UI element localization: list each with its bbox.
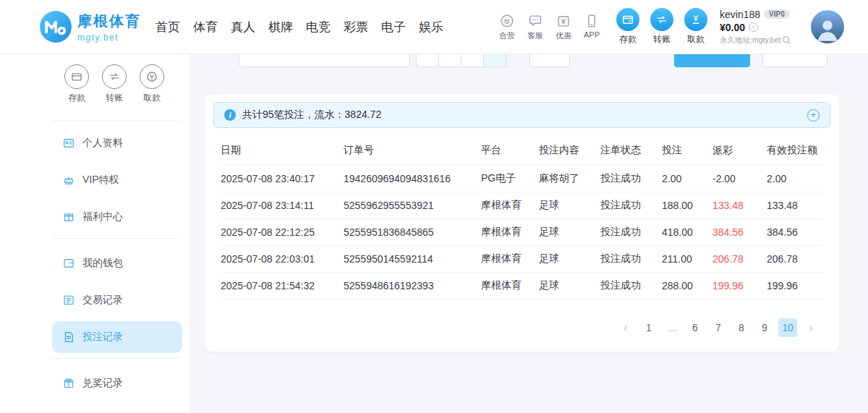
cell-valid-bet: 2.00 <box>767 173 823 184</box>
cell-bet: 211.00 <box>662 253 712 265</box>
cell-content: 足球 <box>539 279 600 292</box>
pagination-page-8[interactable]: 8 <box>732 318 751 337</box>
cell-date: 2025-07-08 21:54:32 <box>221 280 344 291</box>
cell-platform: 摩根体育 <box>481 226 539 239</box>
vip-badge: VIP0 <box>764 9 790 19</box>
pagination-prev[interactable]: ‹ <box>616 318 635 337</box>
sidebar-item-vip[interactable]: VIP特权 <box>52 164 182 196</box>
pagination-page-6[interactable]: 6 <box>686 318 705 337</box>
promo-button[interactable]: 优惠 <box>553 13 574 41</box>
pagination-ellipsis[interactable]: … <box>663 318 681 337</box>
app-download-button[interactable]: APP <box>581 13 603 41</box>
quick-range-option-selected[interactable] <box>483 54 506 67</box>
cell-valid-bet: 384.56 <box>767 226 823 238</box>
phone-icon <box>584 13 600 29</box>
info-icon: i <box>224 109 236 121</box>
sidebar-quick-actions: 存款 转账 取款 <box>0 54 190 104</box>
sidebar-item-wallet[interactable]: 我的钱包 <box>52 247 182 279</box>
search-button[interactable] <box>674 54 750 67</box>
header-quick-icons: 合营 客服 优惠 APP <box>496 13 603 41</box>
cell-order: 5255951836845865 <box>344 226 481 238</box>
nav-item-live[interactable]: 真人 <box>224 0 262 54</box>
gift-icon <box>62 210 75 223</box>
menu-label: 个人资料 <box>82 137 123 150</box>
sidebar-transfer-label: 转账 <box>106 92 123 104</box>
sidebar-transfer-button[interactable]: 转账 <box>101 64 127 104</box>
withdraw-button[interactable]: 取款 <box>683 8 709 46</box>
sidebar-item-transactions[interactable]: 交易记录 <box>52 284 182 316</box>
date-range-input[interactable] <box>239 54 410 67</box>
id-card-icon <box>62 137 75 150</box>
avatar[interactable] <box>811 10 844 43</box>
sidebar-group-divider <box>52 238 181 239</box>
quick-range-option[interactable] <box>461 54 484 67</box>
cell-payout: -2.00 <box>712 173 767 184</box>
nav-item-sports[interactable]: 体育 <box>187 0 224 54</box>
nav-item-entertainment[interactable]: 娱乐 <box>412 0 450 54</box>
sidebar-item-profile[interactable]: 个人资料 <box>52 127 182 159</box>
hide-balance-icon[interactable] <box>749 22 758 32</box>
cell-bet: 188.00 <box>662 200 712 211</box>
quick-range-option[interactable] <box>438 54 461 67</box>
sidebar-deposit-button[interactable]: 存款 <box>64 64 90 104</box>
menu-label: 投注记录 <box>82 331 123 344</box>
search-icon[interactable] <box>783 36 791 44</box>
logo[interactable]: 摩根体育 mgty.bet <box>40 11 141 43</box>
table-row: 2025-07-08 23:40:17 1942609694094831616 … <box>221 166 823 192</box>
handshake-icon <box>499 13 515 29</box>
sidebar-item-bet-records[interactable]: 投注记录 <box>52 321 182 353</box>
column-header-platform: 平台 <box>481 144 539 157</box>
nav-item-home[interactable]: 首页 <box>149 0 187 54</box>
permanent-address: 永久地址:mgty.bet <box>720 35 780 46</box>
transfer-button[interactable]: 转账 <box>649 8 675 46</box>
pagination-page-7[interactable]: 7 <box>709 318 728 337</box>
sidebar-item-welfare[interactable]: 福利中心 <box>52 201 182 233</box>
summary-text: 共计95笔投注，流水：3824.72 <box>242 108 381 122</box>
transfer-arrows-icon <box>102 64 127 89</box>
cell-platform: PG电子 <box>481 172 539 185</box>
expand-plus-icon[interactable]: + <box>807 109 820 122</box>
header-wallet-icons: 存款 转账 取款 <box>615 8 709 46</box>
cell-valid-bet: 199.96 <box>767 280 823 291</box>
nav-item-cards[interactable]: 棋牌 <box>262 0 299 54</box>
pagination-page-1[interactable]: 1 <box>639 318 658 337</box>
support-button[interactable]: 客服 <box>524 13 546 41</box>
withdraw-icon <box>684 8 707 31</box>
pagination: ‹ 1 … 6 7 8 9 10 › <box>213 318 820 337</box>
logo-title: 摩根体育 <box>77 12 141 31</box>
nav-item-esports[interactable]: 电竞 <box>299 0 337 54</box>
cell-status: 投注成功 <box>600 199 662 212</box>
cell-payout: 133.48 <box>712 200 767 211</box>
column-header-content: 投注内容 <box>539 144 600 157</box>
partner-button[interactable]: 合营 <box>496 13 518 41</box>
cell-order: 5255948616192393 <box>344 280 481 291</box>
menu-label: 我的钱包 <box>82 257 123 270</box>
deposit-icon <box>616 8 639 31</box>
username[interactable]: kevin188 <box>720 9 760 20</box>
sidebar-withdraw-button[interactable]: 取款 <box>139 64 165 104</box>
pagination-page-10-active[interactable]: 10 <box>778 318 797 337</box>
reset-button[interactable] <box>762 54 827 67</box>
quick-range-segment <box>416 54 506 67</box>
column-header-payout: 派彩 <box>712 144 767 157</box>
cell-status: 投注成功 <box>600 172 662 185</box>
sidebar-item-prize-records[interactable]: 兑奖记录 <box>52 367 182 399</box>
cell-platform: 摩根体育 <box>481 279 539 292</box>
crown-icon <box>62 174 75 187</box>
cell-bet: 418.00 <box>662 226 712 238</box>
filter-small-select[interactable] <box>529 54 570 67</box>
person-icon <box>813 14 842 43</box>
cell-date: 2025-07-08 22:12:25 <box>221 226 344 238</box>
quick-range-option[interactable] <box>416 54 439 67</box>
column-header-date: 日期 <box>221 144 344 157</box>
nav-item-slots[interactable]: 电子 <box>375 0 412 54</box>
column-header-bet: 投注 <box>662 144 712 157</box>
cell-content: 麻将胡了 <box>539 172 600 185</box>
main-content: i 共计95笔投注，流水：3824.72 + 日期 订单号 平台 投注内容 注单… <box>190 54 868 413</box>
pagination-page-9[interactable]: 9 <box>755 318 774 337</box>
nav-item-lottery[interactable]: 彩票 <box>337 0 375 54</box>
pagination-next[interactable]: › <box>801 318 820 337</box>
deposit-button[interactable]: 存款 <box>615 8 641 46</box>
cell-platform: 摩根体育 <box>481 252 539 265</box>
app-label: APP <box>584 30 600 39</box>
